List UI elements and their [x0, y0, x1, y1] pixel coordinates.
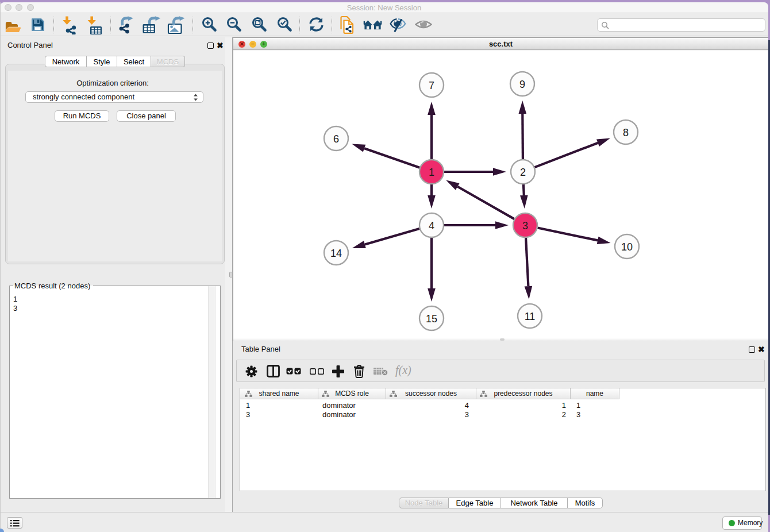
svg-text:3: 3: [522, 220, 528, 232]
svg-text:7: 7: [429, 80, 434, 91]
svg-text:4: 4: [429, 220, 434, 232]
svg-text:14: 14: [330, 248, 342, 259]
svg-text:6: 6: [333, 133, 339, 145]
svg-text:8: 8: [623, 127, 629, 138]
svg-text:11: 11: [525, 311, 536, 322]
svg-text:15: 15: [426, 313, 437, 325]
svg-text:9: 9: [519, 79, 525, 90]
svg-text:2: 2: [520, 167, 526, 178]
svg-text:1: 1: [429, 167, 434, 178]
svg-text:10: 10: [621, 241, 633, 253]
